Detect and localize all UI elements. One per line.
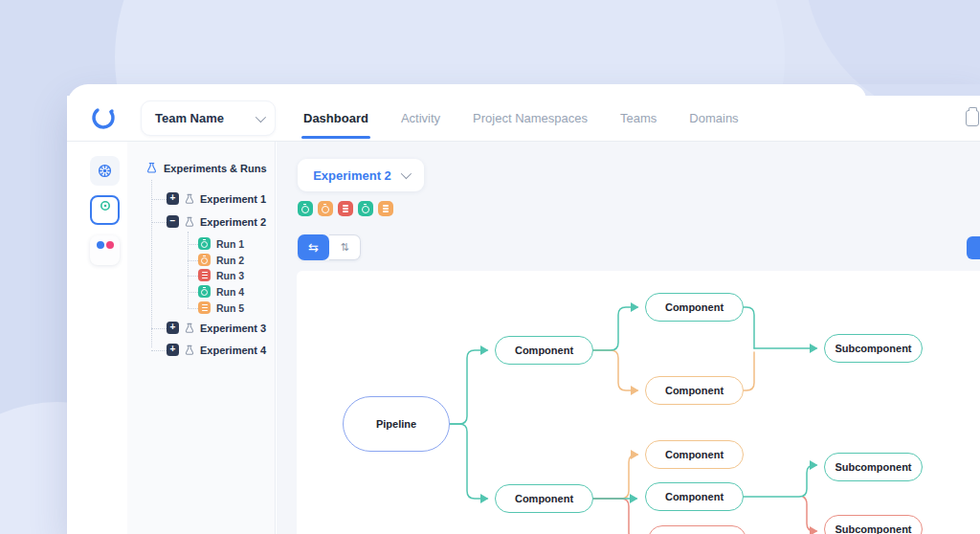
diagram-node-subcomponent[interactable]: Subcomponent <box>824 334 923 363</box>
tree-guide-line <box>188 260 198 261</box>
tree-guide-line <box>188 308 198 309</box>
queue-icon <box>198 301 211 314</box>
diagram-node-component[interactable]: Component <box>645 482 744 511</box>
tree-guide-line <box>188 232 189 308</box>
diagram-node-component[interactable]: Component <box>495 484 593 513</box>
experiment-selector[interactable]: Experiment 2 <box>298 159 424 191</box>
tree-guide-line <box>151 350 167 351</box>
app-screen: Team Name Dashboard Activity Project Nam… <box>0 0 980 534</box>
two-dots-logo-icon[interactable] <box>90 235 120 265</box>
timer-icon <box>198 237 211 250</box>
tree-item-label: Experiment 2 <box>200 216 266 228</box>
tree-root-experiments-runs[interactable]: Experiments & Runs <box>145 162 267 174</box>
ring-logo-icon[interactable] <box>90 195 120 225</box>
collapse-icon[interactable]: − <box>167 215 179 228</box>
experiment-selector-label: Experiment 2 <box>313 168 391 183</box>
tab-dashboard[interactable]: Dashboard <box>301 98 370 139</box>
tree-run-5[interactable]: Run 5 <box>198 301 244 314</box>
vertical-flow-toggle[interactable]: ⇅ <box>329 234 361 260</box>
tree-guide-line <box>151 199 167 200</box>
tree-run-2[interactable]: Run 2 <box>198 254 244 266</box>
diagram-node-component[interactable]: Component <box>648 525 746 534</box>
chevron-down-icon <box>401 168 412 179</box>
tree-guide-line <box>151 328 167 329</box>
team-selector[interactable]: Team Name <box>141 100 276 136</box>
app-logo-icon[interactable] <box>90 104 117 131</box>
queue-icon <box>198 269 211 281</box>
team-name-label: Team Name <box>155 111 256 125</box>
timer-icon <box>198 254 211 266</box>
expand-icon[interactable]: + <box>167 192 179 205</box>
flask-icon <box>184 345 195 356</box>
flask-icon <box>184 216 195 228</box>
tab-project-namespaces[interactable]: Project Namespaces <box>471 98 590 139</box>
experiments-tree-panel: Experiments & Runs + Experiment 1 − Expe… <box>127 142 276 534</box>
clipboard-icon[interactable] <box>966 110 979 126</box>
diagram-node-component[interactable]: Component <box>645 293 744 322</box>
tab-domains[interactable]: Domains <box>687 98 740 139</box>
tree-item-label: Experiment 1 <box>200 193 266 205</box>
timer-icon[interactable] <box>358 201 373 216</box>
kubernetes-wheel-icon[interactable] <box>90 156 120 186</box>
tree-item-experiment-4[interactable]: + Experiment 4 <box>167 344 266 356</box>
icon-rail <box>67 142 127 534</box>
tree-guide-line <box>188 292 198 293</box>
tab-activity[interactable]: Activity <box>399 98 442 139</box>
expand-icon[interactable]: + <box>167 322 179 334</box>
tree-run-4[interactable]: Run 4 <box>198 285 244 298</box>
blue-dot-icon <box>97 241 104 249</box>
flask-icon <box>184 323 195 334</box>
tree-guide-line <box>188 244 198 245</box>
horizontal-flow-toggle[interactable]: ⇆ <box>298 234 329 260</box>
run-status-row <box>298 201 393 216</box>
tree-root-label: Experiments & Runs <box>164 163 267 174</box>
tree-guide-line <box>151 180 152 347</box>
timer-icon[interactable] <box>318 201 333 216</box>
expand-icon[interactable]: + <box>167 344 179 356</box>
layout-toggle: ⇆ ⇅ <box>298 234 361 260</box>
tree-guide-line <box>151 222 167 223</box>
diagram-node-component[interactable]: Component <box>645 376 744 405</box>
tab-teams[interactable]: Teams <box>618 98 658 139</box>
pink-dot-icon <box>106 241 114 249</box>
diagram-node-pipeline[interactable]: Pipeline <box>343 396 450 452</box>
tree-item-label: Experiment 4 <box>200 345 266 356</box>
chevron-down-icon <box>256 111 266 122</box>
tree-item-label: Experiment 3 <box>200 323 266 334</box>
tree-run-1[interactable]: Run 1 <box>198 237 244 250</box>
tree-item-experiment-2[interactable]: − Experiment 2 <box>167 215 266 228</box>
queue-icon[interactable] <box>338 201 353 216</box>
tree-item-experiment-3[interactable]: + Experiment 3 <box>167 322 266 334</box>
timer-icon <box>198 285 211 298</box>
partial-primary-button[interactable] <box>967 236 980 259</box>
pipeline-canvas[interactable]: Pipeline Component Component Component S… <box>297 271 980 534</box>
diagram-node-component[interactable]: Component <box>495 336 593 365</box>
tree-run-3[interactable]: Run 3 <box>198 269 244 281</box>
tree-guide-line <box>188 276 198 277</box>
flask-icon <box>184 193 195 205</box>
tree-item-experiment-1[interactable]: + Experiment 1 <box>167 192 266 205</box>
diagram-node-subcomponent[interactable]: Subcomponent <box>824 515 923 534</box>
diagram-node-component[interactable]: Component <box>645 440 744 469</box>
diagram-node-subcomponent[interactable]: Subcomponent <box>824 453 923 481</box>
main-nav: Dashboard Activity Project Namespaces Te… <box>301 96 741 141</box>
flask-icon <box>145 162 158 174</box>
timer-icon[interactable] <box>298 201 313 216</box>
queue-icon[interactable] <box>378 201 393 216</box>
